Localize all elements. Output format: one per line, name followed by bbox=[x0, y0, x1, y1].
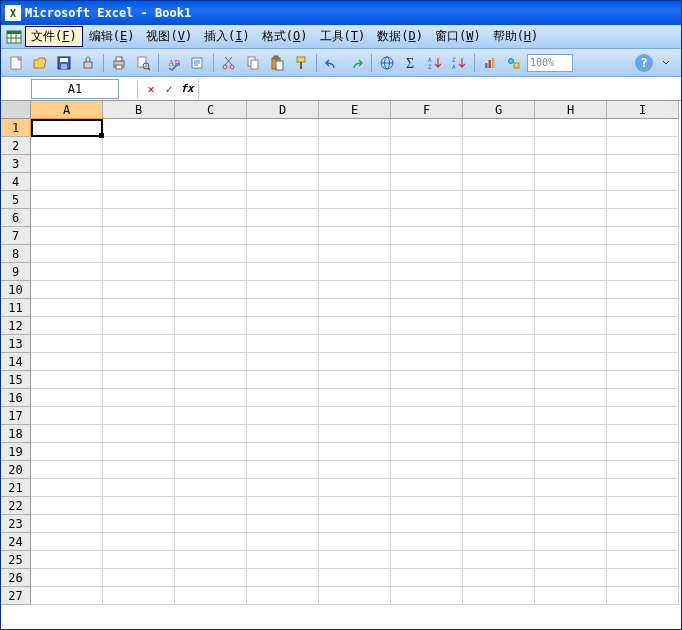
cell[interactable] bbox=[103, 335, 175, 353]
cell[interactable] bbox=[391, 407, 463, 425]
cell[interactable] bbox=[175, 569, 247, 587]
cell[interactable] bbox=[175, 389, 247, 407]
cell[interactable] bbox=[535, 461, 607, 479]
cell[interactable] bbox=[391, 173, 463, 191]
cell[interactable] bbox=[319, 299, 391, 317]
confirm-icon[interactable]: ✓ bbox=[160, 80, 178, 98]
cell[interactable] bbox=[175, 137, 247, 155]
cell[interactable] bbox=[175, 173, 247, 191]
cell[interactable] bbox=[463, 389, 535, 407]
cell[interactable] bbox=[103, 587, 175, 605]
row-header[interactable]: 17 bbox=[1, 407, 31, 425]
cell[interactable] bbox=[175, 245, 247, 263]
cell[interactable] bbox=[31, 443, 103, 461]
cell[interactable] bbox=[535, 587, 607, 605]
cell[interactable] bbox=[319, 317, 391, 335]
menu-w[interactable]: 窗口(W) bbox=[429, 26, 487, 47]
menu-d[interactable]: 数据(D) bbox=[371, 26, 429, 47]
cell[interactable] bbox=[463, 407, 535, 425]
cell[interactable] bbox=[535, 245, 607, 263]
cell[interactable] bbox=[247, 317, 319, 335]
cell[interactable] bbox=[247, 335, 319, 353]
row-header[interactable]: 26 bbox=[1, 569, 31, 587]
cell[interactable] bbox=[535, 173, 607, 191]
cell[interactable] bbox=[247, 407, 319, 425]
cell[interactable] bbox=[175, 281, 247, 299]
cell[interactable] bbox=[463, 245, 535, 263]
cell[interactable] bbox=[31, 569, 103, 587]
menu-f[interactable]: 文件(F) bbox=[25, 26, 83, 47]
cell[interactable] bbox=[391, 569, 463, 587]
cell[interactable] bbox=[463, 119, 535, 137]
cell[interactable] bbox=[175, 191, 247, 209]
cell[interactable] bbox=[319, 155, 391, 173]
cell[interactable] bbox=[463, 209, 535, 227]
cell[interactable] bbox=[103, 281, 175, 299]
sort-asc-icon[interactable]: AZ bbox=[424, 52, 446, 74]
row-header[interactable]: 22 bbox=[1, 497, 31, 515]
cell[interactable] bbox=[463, 587, 535, 605]
cell[interactable] bbox=[535, 371, 607, 389]
cell[interactable] bbox=[103, 371, 175, 389]
cell[interactable] bbox=[103, 173, 175, 191]
cell[interactable] bbox=[391, 389, 463, 407]
cell[interactable] bbox=[103, 155, 175, 173]
cell[interactable] bbox=[31, 587, 103, 605]
column-header[interactable]: E bbox=[319, 101, 391, 119]
cell[interactable] bbox=[607, 137, 679, 155]
undo-icon[interactable] bbox=[321, 52, 343, 74]
cell[interactable] bbox=[463, 173, 535, 191]
cell[interactable] bbox=[607, 587, 679, 605]
cell[interactable] bbox=[247, 533, 319, 551]
cell[interactable] bbox=[319, 263, 391, 281]
row-header[interactable]: 20 bbox=[1, 461, 31, 479]
cell[interactable] bbox=[535, 515, 607, 533]
cell[interactable] bbox=[391, 497, 463, 515]
cell[interactable] bbox=[31, 479, 103, 497]
cell[interactable] bbox=[391, 533, 463, 551]
column-header[interactable]: G bbox=[463, 101, 535, 119]
cell[interactable] bbox=[535, 299, 607, 317]
cell[interactable] bbox=[247, 497, 319, 515]
cell[interactable] bbox=[247, 299, 319, 317]
cell[interactable] bbox=[607, 569, 679, 587]
cell[interactable] bbox=[607, 371, 679, 389]
cell[interactable] bbox=[607, 497, 679, 515]
zoom-combo[interactable]: 100% bbox=[527, 54, 573, 72]
cell[interactable] bbox=[463, 263, 535, 281]
cell[interactable] bbox=[31, 551, 103, 569]
cell[interactable] bbox=[607, 533, 679, 551]
copy-icon[interactable] bbox=[242, 52, 264, 74]
cell[interactable] bbox=[31, 533, 103, 551]
cell[interactable] bbox=[391, 227, 463, 245]
cell[interactable] bbox=[607, 281, 679, 299]
cell[interactable] bbox=[175, 443, 247, 461]
cell[interactable] bbox=[319, 371, 391, 389]
row-header[interactable]: 12 bbox=[1, 317, 31, 335]
formula-input[interactable] bbox=[198, 79, 681, 99]
cell[interactable] bbox=[175, 317, 247, 335]
column-header[interactable]: D bbox=[247, 101, 319, 119]
cell[interactable] bbox=[175, 551, 247, 569]
cell[interactable] bbox=[247, 137, 319, 155]
cell[interactable] bbox=[247, 173, 319, 191]
cell[interactable] bbox=[391, 353, 463, 371]
hyperlink-icon[interactable] bbox=[376, 52, 398, 74]
cell[interactable] bbox=[103, 299, 175, 317]
cell[interactable] bbox=[607, 443, 679, 461]
cell[interactable] bbox=[103, 515, 175, 533]
column-header[interactable]: H bbox=[535, 101, 607, 119]
cell[interactable] bbox=[391, 551, 463, 569]
cell[interactable] bbox=[319, 227, 391, 245]
cell[interactable] bbox=[607, 299, 679, 317]
permission-icon[interactable] bbox=[77, 52, 99, 74]
cell[interactable] bbox=[175, 479, 247, 497]
row-header[interactable]: 15 bbox=[1, 371, 31, 389]
cell[interactable] bbox=[607, 479, 679, 497]
print-preview-icon[interactable] bbox=[132, 52, 154, 74]
cell[interactable] bbox=[391, 119, 463, 137]
sort-desc-icon[interactable]: ZA bbox=[448, 52, 470, 74]
cell[interactable] bbox=[535, 551, 607, 569]
cell[interactable] bbox=[391, 191, 463, 209]
cell[interactable] bbox=[391, 425, 463, 443]
